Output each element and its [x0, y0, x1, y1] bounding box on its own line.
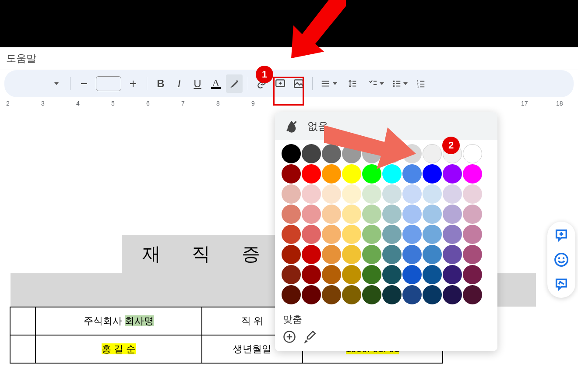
color-swatch[interactable] — [322, 205, 341, 224]
color-swatch[interactable] — [342, 245, 361, 264]
color-swatch[interactable] — [282, 285, 301, 304]
separator — [248, 77, 248, 90]
color-swatch[interactable] — [282, 265, 301, 284]
font-size-decrease[interactable] — [76, 74, 92, 93]
menu-help[interactable]: 도움말 — [6, 53, 36, 64]
no-color-icon — [285, 119, 299, 133]
color-swatch[interactable] — [443, 205, 462, 224]
custom-label: 맞춤 — [283, 313, 490, 326]
color-swatch[interactable] — [423, 245, 442, 264]
annotation-arrow-1 — [276, 0, 363, 65]
color-swatch[interactable] — [302, 245, 321, 264]
color-swatch[interactable] — [443, 184, 462, 204]
color-swatch[interactable] — [362, 285, 381, 304]
color-swatch[interactable] — [423, 184, 442, 204]
color-swatch[interactable] — [322, 184, 341, 204]
color-swatch[interactable] — [282, 245, 301, 264]
color-swatch[interactable] — [463, 265, 482, 284]
color-swatch[interactable] — [382, 285, 402, 304]
italic-button[interactable]: I — [171, 74, 187, 93]
color-swatch[interactable] — [402, 184, 422, 204]
color-swatch[interactable] — [302, 205, 321, 224]
color-swatch[interactable] — [463, 144, 482, 163]
bulleted-list-button[interactable] — [389, 74, 411, 93]
color-swatch[interactable] — [423, 144, 442, 163]
zoom-dropdown[interactable] — [48, 74, 65, 93]
color-swatch[interactable] — [423, 225, 442, 244]
color-swatch[interactable] — [443, 245, 462, 264]
color-swatch[interactable] — [282, 205, 301, 224]
color-swatch[interactable] — [402, 285, 422, 304]
color-swatch[interactable] — [463, 164, 482, 184]
color-swatch[interactable] — [342, 225, 361, 244]
underline-button[interactable]: U — [189, 74, 206, 93]
color-swatch[interactable] — [463, 205, 482, 224]
annotation-badge-1: 1 — [256, 66, 273, 83]
align-icon — [321, 79, 330, 88]
align-button[interactable] — [318, 74, 340, 93]
color-swatch[interactable] — [402, 225, 422, 244]
add-custom-color-button[interactable] — [283, 330, 296, 343]
bold-button[interactable]: B — [152, 74, 169, 93]
eyedropper-button[interactable] — [303, 330, 316, 343]
color-swatch[interactable] — [423, 285, 442, 304]
side-comment-button[interactable] — [554, 228, 569, 243]
color-swatch[interactable] — [342, 205, 361, 224]
font-size-increase[interactable] — [125, 74, 141, 93]
color-swatch[interactable] — [402, 245, 422, 264]
font-size-input[interactable] — [96, 76, 121, 91]
color-swatch[interactable] — [463, 285, 482, 304]
color-swatch[interactable] — [362, 225, 381, 244]
color-swatch[interactable] — [362, 245, 381, 264]
color-swatch[interactable] — [463, 184, 482, 204]
color-swatch[interactable] — [362, 205, 381, 224]
color-swatch[interactable] — [443, 225, 462, 244]
text-color-button[interactable]: A — [208, 74, 224, 93]
color-swatch[interactable] — [302, 285, 321, 304]
highlight-color-button[interactable] — [226, 74, 243, 93]
color-swatch[interactable] — [322, 245, 341, 264]
color-swatch[interactable] — [302, 225, 321, 244]
checklist-button[interactable] — [365, 74, 387, 93]
color-swatch[interactable] — [362, 184, 381, 204]
svg-point-15 — [393, 81, 395, 82]
color-swatch[interactable] — [382, 265, 402, 284]
color-swatch[interactable] — [402, 265, 422, 284]
color-swatch[interactable] — [322, 225, 341, 244]
annotation-arrow-2 — [315, 112, 425, 173]
color-swatch[interactable] — [282, 225, 301, 244]
separator — [312, 77, 313, 90]
color-swatch[interactable] — [423, 265, 442, 284]
numbered-list-button[interactable]: 123 — [412, 74, 429, 93]
eyedropper-icon — [303, 330, 316, 343]
color-swatch[interactable] — [382, 184, 402, 204]
color-swatch[interactable] — [423, 205, 442, 224]
color-swatch[interactable] — [302, 265, 321, 284]
color-swatch[interactable] — [302, 184, 321, 204]
side-emoji-button[interactable] — [554, 252, 569, 267]
table-cell[interactable]: 주식회사 회사명 — [35, 307, 202, 335]
color-swatch[interactable] — [282, 184, 301, 204]
color-swatch[interactable] — [382, 205, 402, 224]
table-cell[interactable]: 홍 길 순 — [35, 335, 202, 363]
side-suggest-button[interactable] — [554, 277, 569, 292]
color-swatch[interactable] — [362, 265, 381, 284]
color-swatch[interactable] — [322, 285, 341, 304]
color-swatch[interactable] — [282, 164, 301, 184]
color-swatch[interactable] — [382, 245, 402, 264]
color-swatch[interactable] — [342, 285, 361, 304]
color-swatch[interactable] — [463, 245, 482, 264]
color-swatch[interactable] — [443, 285, 462, 304]
color-swatch[interactable] — [322, 265, 341, 284]
color-swatch[interactable] — [282, 144, 301, 163]
color-swatch[interactable] — [443, 164, 462, 184]
color-swatch[interactable] — [463, 225, 482, 244]
color-swatch[interactable] — [443, 265, 462, 284]
color-swatch[interactable] — [342, 184, 361, 204]
line-spacing-button[interactable] — [342, 74, 363, 93]
color-swatch[interactable] — [382, 225, 402, 244]
separator — [147, 77, 147, 90]
color-swatch[interactable] — [423, 164, 442, 184]
color-swatch[interactable] — [402, 205, 422, 224]
color-swatch[interactable] — [342, 265, 361, 284]
